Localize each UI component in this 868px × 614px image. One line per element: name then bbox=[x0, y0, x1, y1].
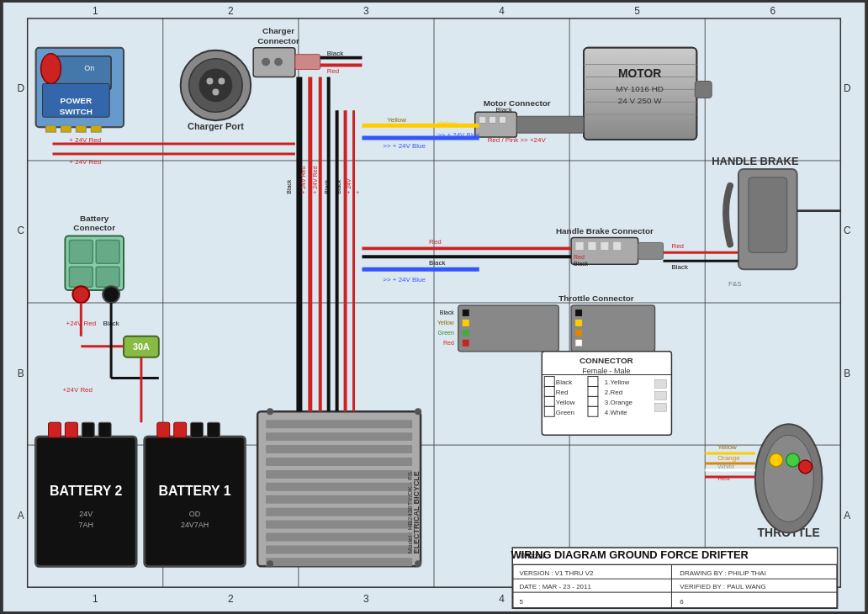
svg-text:1.Yellow: 1.Yellow bbox=[605, 378, 630, 386]
svg-rect-91 bbox=[638, 242, 664, 259]
svg-rect-101 bbox=[69, 240, 93, 263]
svg-point-107 bbox=[103, 286, 119, 303]
svg-text:2: 2 bbox=[228, 593, 234, 605]
svg-text:24 V 250 W: 24 V 250 W bbox=[618, 96, 663, 105]
svg-rect-170 bbox=[575, 320, 582, 326]
svg-text:4: 4 bbox=[499, 593, 505, 605]
svg-rect-51 bbox=[253, 48, 295, 77]
svg-text:D: D bbox=[844, 82, 851, 94]
svg-text:POWER: POWER bbox=[61, 96, 93, 105]
svg-point-153 bbox=[799, 460, 812, 474]
svg-text:MY 1016 HD: MY 1016 HD bbox=[616, 84, 664, 93]
svg-rect-52 bbox=[295, 55, 320, 70]
svg-text:3.Orange: 3.Orange bbox=[605, 399, 633, 406]
charger-port-label: Charger Port bbox=[188, 121, 244, 131]
svg-point-150 bbox=[764, 435, 814, 521]
svg-text:B: B bbox=[844, 368, 850, 379]
svg-text:1: 1 bbox=[93, 593, 98, 605]
svg-rect-141 bbox=[266, 558, 412, 566]
svg-rect-92 bbox=[575, 241, 584, 250]
svg-text:Yellow: Yellow bbox=[387, 116, 406, 124]
svg-rect-40 bbox=[61, 125, 71, 132]
svg-rect-195 bbox=[544, 406, 554, 416]
svg-text:+ 24V Red: + 24V Red bbox=[312, 167, 318, 194]
svg-text:Orange: Orange bbox=[717, 454, 740, 462]
svg-point-146 bbox=[267, 560, 273, 567]
svg-rect-183 bbox=[544, 377, 554, 387]
svg-text:Red: Red bbox=[671, 242, 684, 250]
svg-text:Black: Black bbox=[327, 50, 343, 57]
svg-text:5: 5 bbox=[519, 598, 523, 606]
svg-text:Connector: Connector bbox=[257, 36, 299, 45]
svg-rect-192 bbox=[588, 396, 598, 406]
svg-rect-95 bbox=[613, 241, 622, 250]
svg-rect-117 bbox=[65, 422, 77, 437]
svg-text:HANDLE BRAKE: HANDLE BRAKE bbox=[712, 155, 799, 167]
svg-rect-188 bbox=[588, 386, 598, 396]
svg-point-54 bbox=[274, 58, 283, 66]
svg-text:3: 3 bbox=[363, 593, 369, 605]
svg-text:Throttle Connector: Throttle Connector bbox=[558, 294, 634, 303]
svg-rect-136 bbox=[266, 495, 412, 504]
svg-text:Black: Black bbox=[496, 106, 512, 114]
svg-text:Black: Black bbox=[574, 261, 589, 267]
svg-text:2: 2 bbox=[228, 5, 234, 17]
svg-rect-127 bbox=[191, 422, 204, 437]
svg-rect-125 bbox=[157, 422, 170, 437]
svg-text:VERIFIED BY : PAUL WANG: VERIFIED BY : PAUL WANG bbox=[680, 583, 765, 590]
svg-text:F&S: F&S bbox=[728, 280, 741, 288]
svg-rect-167 bbox=[463, 340, 469, 347]
svg-point-53 bbox=[262, 58, 270, 66]
svg-text:CONNECTOR: CONNECTOR bbox=[580, 356, 633, 365]
svg-rect-74 bbox=[490, 116, 496, 123]
svg-point-48 bbox=[212, 88, 219, 95]
svg-rect-128 bbox=[207, 422, 220, 437]
svg-text:Black: Black bbox=[671, 263, 687, 271]
svg-text:+ 24V Red: + 24V Red bbox=[300, 167, 306, 194]
diagram-container: 1 2 3 4 5 6 1 2 3 4 5 6 D C B A D C B A … bbox=[0, 0, 868, 614]
svg-text:BATTERY 1: BATTERY 1 bbox=[158, 484, 230, 498]
svg-text:Red: Red bbox=[443, 340, 454, 346]
svg-text:Red: Red bbox=[429, 238, 442, 246]
svg-text:Motor Connector: Motor Connector bbox=[484, 98, 551, 108]
svg-text:D: D bbox=[17, 82, 24, 94]
svg-rect-82 bbox=[749, 177, 787, 253]
svg-text:6: 6 bbox=[770, 5, 775, 17]
svg-rect-164 bbox=[463, 310, 469, 316]
svg-text:4: 4 bbox=[499, 5, 505, 17]
svg-point-152 bbox=[786, 453, 800, 467]
svg-text:30A: 30A bbox=[133, 341, 150, 352]
svg-rect-94 bbox=[601, 241, 609, 250]
svg-point-35 bbox=[41, 54, 61, 84]
svg-text:Connector: Connector bbox=[73, 223, 115, 232]
svg-text:>> + 24V Blue: >> + 24V Blue bbox=[383, 276, 426, 283]
svg-text:Green: Green bbox=[438, 330, 454, 336]
svg-text:A: A bbox=[18, 510, 24, 521]
svg-rect-119 bbox=[98, 422, 111, 437]
svg-rect-71 bbox=[475, 112, 517, 137]
svg-rect-126 bbox=[174, 422, 187, 437]
svg-text:BATTERY 2: BATTERY 2 bbox=[50, 484, 122, 498]
svg-rect-41 bbox=[76, 125, 86, 132]
svg-rect-139 bbox=[266, 533, 412, 542]
svg-text:Black: Black bbox=[440, 310, 455, 315]
svg-text:Model : HB2438TY/DK - FS: Model : HB2438TY/DK - FS bbox=[406, 472, 414, 553]
svg-text:+: + bbox=[355, 191, 361, 194]
svg-point-105 bbox=[72, 286, 89, 303]
svg-text:Red: Red bbox=[327, 67, 340, 75]
svg-point-151 bbox=[770, 453, 783, 467]
svg-text:+24V Red: +24V Red bbox=[62, 386, 93, 394]
svg-text:1: 1 bbox=[93, 5, 98, 17]
svg-rect-191 bbox=[544, 396, 554, 406]
svg-rect-137 bbox=[266, 508, 412, 516]
svg-rect-42 bbox=[91, 125, 101, 132]
svg-point-147 bbox=[415, 560, 421, 567]
svg-text:OD: OD bbox=[189, 510, 201, 518]
svg-text:SWITCH: SWITCH bbox=[60, 107, 93, 116]
svg-text:Female - Male: Female - Male bbox=[582, 367, 630, 375]
svg-rect-72 bbox=[516, 116, 584, 133]
svg-text:Black: Black bbox=[429, 259, 445, 267]
svg-text:Yellow: Yellow bbox=[437, 320, 455, 326]
svg-rect-66 bbox=[695, 81, 712, 98]
svg-text:24V7AH: 24V7AH bbox=[181, 521, 209, 529]
